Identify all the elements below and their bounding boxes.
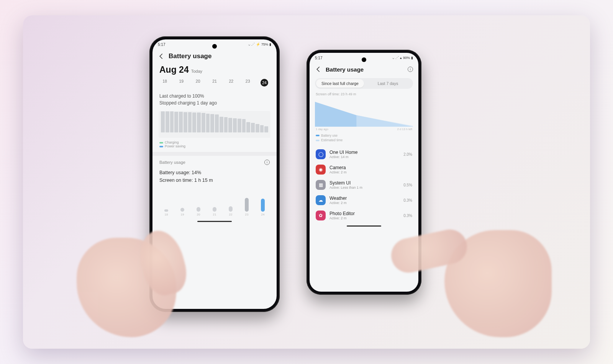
back-icon[interactable] [315, 66, 322, 73]
app-text: CameraActive: 2 m [329, 165, 408, 174]
day-bar [164, 209, 168, 212]
hour-bar [192, 113, 196, 132]
hour-bar [210, 114, 214, 132]
app-icon: ▦ [316, 180, 326, 190]
legend-swatch-charging [159, 142, 163, 144]
day-bar-label: 22 [229, 213, 233, 216]
app-active-time: Active: 2 m [329, 170, 408, 174]
app-icon: ◯ [316, 149, 326, 159]
day-24[interactable]: 24 [261, 79, 268, 87]
seg-last-7-days[interactable]: Last 7 days [364, 79, 412, 88]
hour-bar [233, 118, 237, 132]
day-bar [197, 207, 200, 212]
legend-swatch-est [316, 140, 320, 141]
date-row: Aug 24 Today [152, 64, 277, 77]
day-22[interactable]: 22 [227, 79, 235, 87]
app-text: One UI HomeActive: 14 m [329, 150, 400, 159]
hour-bar [188, 112, 192, 132]
chart-legend: Charging Power saving [152, 138, 277, 152]
hour-bar [179, 112, 183, 132]
legend-label: Battery use [321, 134, 338, 137]
day-20[interactable]: 20 [194, 79, 202, 87]
day-bar-wrap: 23 [242, 198, 251, 216]
screen-off-time: Screen off time: 23 h 49 m [310, 91, 418, 98]
charge-line-1: Last charged to 100% [159, 93, 270, 100]
day-18[interactable]: 18 [161, 79, 169, 87]
battery-icon: ▮ [269, 42, 271, 46]
svg-marker-1 [356, 115, 413, 127]
app-row-system-ui[interactable]: ▦System UIActive: Less than 1 m0.5% [310, 177, 418, 193]
daily-usage-chart[interactable]: 18192021222324 [159, 193, 270, 216]
charging-icon: ⚡ [256, 42, 260, 46]
battery-pct: 75% [261, 42, 268, 46]
hour-bar [161, 111, 165, 132]
hour-bar [202, 113, 205, 132]
hour-bar [170, 111, 174, 132]
range-segmented-control[interactable]: Since last full charge Last 7 days [315, 78, 413, 89]
app-icon: ✿ [316, 211, 326, 220]
header: Battery usage i [310, 63, 418, 77]
status-time: 5:17 [158, 42, 165, 47]
hour-bar [242, 119, 246, 132]
home-indicator[interactable] [347, 225, 381, 227]
charge-line-2: Stopped charging 1 day ago [159, 100, 270, 106]
camera-hole [212, 44, 217, 49]
page-title: Battery usage [169, 52, 271, 60]
app-name: One UI Home [329, 150, 400, 155]
app-text: Photo EditorActive: 2 m [329, 211, 400, 220]
section-header: Battery usage i [152, 156, 277, 167]
hour-bar [264, 126, 268, 133]
day-23[interactable]: 23 [244, 79, 252, 87]
battery-hourly-chart[interactable] [159, 111, 270, 138]
day-bar-wrap: 19 [178, 208, 187, 216]
app-row-weather[interactable]: ☁WeatherActive: 2 m0.3% [310, 193, 418, 208]
legend-label: Power saving [165, 144, 185, 148]
hour-bar [215, 114, 219, 132]
day-bar-wrap: 21 [210, 207, 219, 216]
seg-since-full-charge[interactable]: Since last full charge [316, 79, 364, 88]
day-bar-label: 24 [261, 213, 265, 216]
day-19[interactable]: 19 [177, 79, 185, 87]
app-percent: 0.3% [403, 214, 412, 218]
home-indicator[interactable] [197, 221, 232, 222]
day-bar [245, 198, 249, 212]
back-icon[interactable] [158, 53, 165, 60]
photo-frame: 5:17 ⌵ ⋰ ⚡ 75% ▮ Battery usage Aug 24 To… [23, 15, 590, 349]
app-active-time: Active: 14 m [329, 155, 400, 159]
camera-hole [362, 57, 366, 62]
app-row-photo-editor[interactable]: ✿Photo EditorActive: 2 m0.3% [310, 208, 418, 223]
day-selector[interactable]: 18192021222324 [152, 77, 277, 90]
app-row-camera[interactable]: ◉CameraActive: 2 m [310, 162, 418, 177]
day-bar-wrap: 24 [258, 199, 267, 216]
app-icon: ◉ [316, 165, 326, 175]
legend-label: Estimated time [321, 138, 343, 142]
app-name: Camera [329, 165, 408, 170]
do-not-disturb-icon: ⌵ [392, 56, 394, 60]
chart-legend: Battery use Estimated time [310, 131, 418, 147]
page-title: Battery usage [326, 66, 404, 73]
battery-drain-chart[interactable] [315, 100, 413, 127]
app-active-time: Active: Less than 1 m [329, 186, 400, 189]
app-active-time: Active: 2 m [329, 216, 400, 220]
day-bar-label: 20 [197, 213, 200, 216]
info-icon[interactable]: i [264, 160, 270, 165]
app-name: Photo Editor [329, 211, 400, 216]
info-icon[interactable]: i [408, 67, 413, 72]
axis-label: 1 day ago [316, 127, 328, 131]
battery-pct: 90% [403, 56, 410, 60]
hour-bar [197, 113, 201, 132]
battery-icon: ▮ [411, 56, 413, 60]
app-icon: ☁ [316, 195, 326, 205]
charge-info: Last charged to 100% Stopped charging 1 … [152, 90, 277, 109]
hour-bar [166, 111, 169, 132]
hour-bar [246, 122, 250, 133]
day-21[interactable]: 21 [211, 79, 218, 87]
app-percent: 2.0% [403, 152, 412, 157]
axis-label: 2 d 13 h left [397, 127, 412, 131]
hour-bar [228, 118, 232, 133]
day-bar-label: 23 [245, 213, 249, 216]
app-row-one-ui-home[interactable]: ◯One UI HomeActive: 14 m2.0% [310, 147, 418, 162]
app-percent: 0.5% [403, 183, 412, 187]
day-bar-wrap: 20 [194, 207, 203, 216]
usage-summary: Battery usage: 14% Screen on time: 1 h 1… [152, 167, 277, 186]
